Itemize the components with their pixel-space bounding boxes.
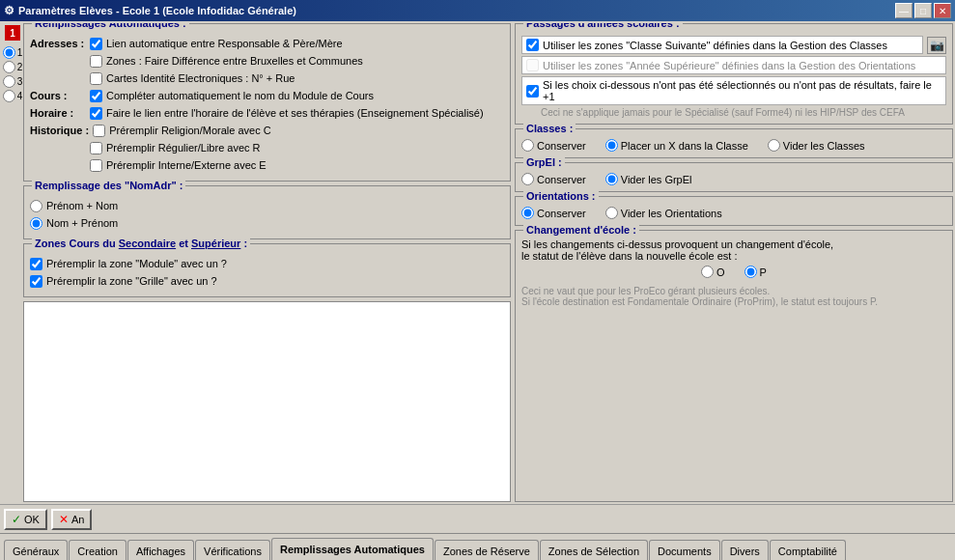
orientations-label-0: Conserver <box>537 208 586 219</box>
nomadr-group: Remplissage des "NomAdr" : Prénom + Nom … <box>23 185 511 239</box>
bottom-bar: ✓ OK ✕ An <box>0 504 955 533</box>
tab-zones-reserve[interactable]: Zones de Réserve <box>435 540 539 560</box>
classes-option-placer[interactable]: Placer un X dans la Classe <box>605 139 748 152</box>
passages-label-2: Si les choix ci-dessous n'ont pas été sé… <box>543 79 941 102</box>
window-title: Paramètres Elèves - Ecole 1 (Ecole Infod… <box>18 5 296 16</box>
num-selector-1[interactable]: 1 <box>3 46 23 59</box>
adresses-label: Adresses : <box>30 36 86 51</box>
changement-group: Changement d'école : Si les changements … <box>515 230 953 502</box>
changement-option-P[interactable]: P <box>744 266 767 278</box>
passages-label-1: Utiliser les zones "Année Supérieure" dé… <box>543 60 915 71</box>
grpel-option-conserver[interactable]: Conserver <box>521 173 586 185</box>
classes-group: Classes : Conserver Placer un X dans la … <box>515 128 953 158</box>
passages-row-1: Utiliser les zones "Année Supérieure" dé… <box>521 56 946 74</box>
title-bar: ⚙ Paramètres Elèves - Ecole 1 (Ecole Inf… <box>0 0 955 21</box>
passages-note: Ceci ne s'applique jamais pour le Spécia… <box>541 107 946 118</box>
remplissages-title: Remplissages Automatiques : <box>32 23 189 29</box>
ok-button[interactable]: ✓ OK <box>4 509 47 530</box>
grpel-group: GrpEl : Conserver Vider les GrpEl <box>515 162 953 192</box>
historique-label-2: Préremplir Interne/Externe avec E <box>106 157 267 173</box>
classes-option-vider[interactable]: Vider les Classes <box>768 139 865 152</box>
zones-cours-checkbox-0[interactable] <box>30 258 42 270</box>
orientations-option-vider[interactable]: Vider les Orientations <box>605 207 722 219</box>
passages-checkbox-2[interactable] <box>526 85 539 98</box>
num-selector-3[interactable]: 3 <box>3 75 23 88</box>
tab-divers[interactable]: Divers <box>721 540 769 560</box>
classes-option-conserver[interactable]: Conserver <box>521 139 586 152</box>
nomadr-radio-1[interactable] <box>30 217 42 230</box>
passages-checkbox-0[interactable] <box>526 39 539 51</box>
grpel-label-1: Vider les GrpEl <box>621 174 692 185</box>
tab-comptabilite[interactable]: Comptabilité <box>770 540 846 560</box>
historique-label-1: Préremplir Régulier/Libre avec R <box>106 140 261 155</box>
tab-bar: Généraux Creation Affichages Vérificatio… <box>0 533 955 560</box>
adresses-label-0: Lien automatique entre Responsable & Pèr… <box>106 36 343 51</box>
passages-group: Passages d'années scolaires : Utiliser l… <box>515 23 953 125</box>
camera-icon: 📷 <box>927 37 946 54</box>
right-panel: Passages d'années scolaires : Utiliser l… <box>515 23 953 502</box>
tab-creation[interactable]: Creation <box>69 540 126 560</box>
classes-label-2: Vider les Classes <box>783 140 865 152</box>
changement-title: Changement d'école : <box>523 224 639 236</box>
historique-checkbox-2[interactable] <box>90 159 102 172</box>
orientations-title: Orientations : <box>523 190 599 202</box>
tab-verifications[interactable]: Vérifications <box>195 540 270 560</box>
page-number-main: 1 <box>5 25 20 41</box>
cours-checkbox[interactable] <box>90 90 102 102</box>
an-button[interactable]: ✕ An <box>51 509 92 530</box>
historique-label: Historique : <box>30 123 89 138</box>
minimize-button[interactable]: — <box>895 3 913 18</box>
changement-text2: le statut de l'élève dans la nouvelle éc… <box>521 250 946 262</box>
tab-affichages[interactable]: Affichages <box>127 540 194 560</box>
adresses-checkbox-2[interactable] <box>90 72 102 85</box>
num-selector-4[interactable]: 4 <box>3 90 23 102</box>
grpel-option-vider[interactable]: Vider les GrpEl <box>605 173 692 185</box>
nomadr-title: Remplissage des "NomAdr" : <box>32 180 185 191</box>
horaire-checkbox[interactable] <box>90 107 102 120</box>
orientations-label-1: Vider les Orientations <box>621 208 722 219</box>
nomadr-label-1: Nom + Prénom <box>46 215 118 231</box>
zones-cours-checkbox-1[interactable] <box>30 275 42 288</box>
tab-documents[interactable]: Documents <box>649 540 720 560</box>
zones-cours-label-0: Préremplir la zone "Module" avec un ? <box>46 256 227 271</box>
passages-checkbox-1[interactable] <box>526 59 539 71</box>
changement-note1: Ceci ne vaut que pour les ProEco gérant … <box>521 286 946 296</box>
changement-label-0: O <box>716 266 725 278</box>
adresses-checkbox-0[interactable] <box>90 38 102 50</box>
zones-cours-title: Zones Cours du Secondaire et Supérieur : <box>32 238 250 249</box>
passages-title: Passages d'années scolaires : <box>523 23 683 29</box>
close-button[interactable]: ✕ <box>934 3 951 18</box>
tab-zones-selection[interactable]: Zones de Sélection <box>540 540 648 560</box>
tab-generaux[interactable]: Généraux <box>4 540 68 560</box>
adresses-label-1: Zones : Faire Différence entre Bruxelles… <box>106 53 363 69</box>
passages-row-2: Si les choix ci-dessous n'ont pas été sé… <box>521 76 946 105</box>
cours-label: Cours : <box>30 88 86 103</box>
changement-label-1: P <box>760 266 767 278</box>
zones-cours-group: Zones Cours du Secondaire et Supérieur :… <box>23 243 511 297</box>
changement-option-O[interactable]: O <box>701 266 725 278</box>
historique-checkbox-1[interactable] <box>90 142 102 154</box>
changement-text1: Si les changements ci-dessus provoquent … <box>521 238 946 250</box>
passages-row-0: Utiliser les zones "Classe Suivante" déf… <box>521 36 946 54</box>
tab-remplissages[interactable]: Remplissages Automatiques <box>271 538 434 560</box>
orientations-option-conserver[interactable]: Conserver <box>521 207 586 219</box>
classes-label-0: Conserver <box>537 140 586 152</box>
horaire-checkbox-label: Faire le lien entre l'horaire de l'élève… <box>106 105 484 121</box>
zones-cours-label-1: Préremplir la zone "Grille" avec un ? <box>46 273 217 289</box>
horaire-label: Horaire : <box>30 105 86 121</box>
adresses-checkbox-1[interactable] <box>90 55 102 68</box>
adresses-label-2: Cartes Identité Electroniques : N° + Rue <box>106 70 295 86</box>
changement-note2: Si l'école destination est Fondamentale … <box>521 296 946 307</box>
app-icon: ⚙ <box>4 4 14 17</box>
cours-checkbox-label: Compléter automatiquement le nom du Modu… <box>106 88 374 103</box>
num-selector-2[interactable]: 2 <box>3 61 23 73</box>
nomadr-radio-0[interactable] <box>30 200 42 212</box>
nomadr-label-0: Prénom + Nom <box>46 198 118 213</box>
left-empty-area <box>23 301 511 502</box>
historique-checkbox-0[interactable] <box>93 125 105 137</box>
maximize-button[interactable]: □ <box>914 3 932 18</box>
grpel-label-0: Conserver <box>537 174 586 185</box>
historique-label-0: Préremplir Religion/Morale avec C <box>109 123 271 138</box>
grpel-title: GrpEl : <box>523 156 565 168</box>
classes-title: Classes : <box>523 123 576 134</box>
